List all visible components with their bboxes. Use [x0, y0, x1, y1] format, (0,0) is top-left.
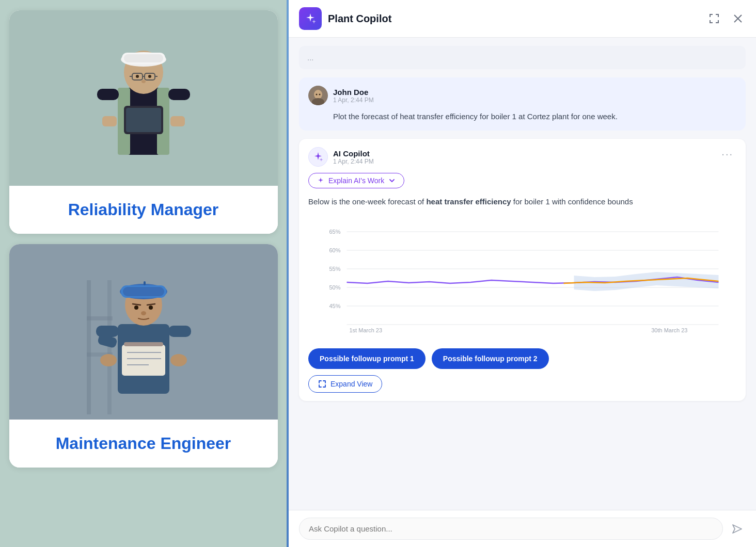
- user-message-block: John Doe 1 Apr, 2:44 PM Plot the forecas…: [299, 77, 746, 131]
- followup-button-2[interactable]: Possible followup prompt 2: [432, 348, 549, 369]
- svg-rect-30: [168, 326, 191, 337]
- expand-view-label: Expand View: [330, 380, 372, 388]
- explain-sparkle-icon: [317, 177, 324, 184]
- svg-rect-15: [124, 54, 163, 62]
- reliability-manager-label: Reliability Manager: [9, 186, 278, 234]
- followup-buttons-row: Possible followup prompt 1 Possible foll…: [308, 348, 736, 369]
- ai-response-text: Below is the one-week forecast of heat t…: [308, 196, 736, 208]
- maintenance-engineer-label: Maintenance Engineer: [9, 420, 278, 468]
- chat-input-field[interactable]: [299, 518, 723, 540]
- expand-view-button[interactable]: Expand View: [308, 375, 382, 393]
- svg-rect-26: [87, 316, 113, 320]
- svg-rect-9: [170, 116, 185, 126]
- svg-point-53: [319, 94, 321, 95]
- svg-text:1st March 23: 1st March 23: [350, 327, 383, 333]
- reliability-person-illustration: [87, 15, 200, 181]
- reliability-manager-card[interactable]: Reliability Manager: [9, 10, 278, 234]
- svg-rect-7: [168, 89, 190, 100]
- send-button[interactable]: [728, 520, 746, 538]
- svg-point-22: [148, 75, 151, 78]
- svg-point-21: [136, 75, 139, 78]
- user-avatar: [308, 86, 328, 105]
- reliability-manager-image: [9, 10, 278, 186]
- svg-point-45: [149, 305, 153, 310]
- forecast-chart: 65% 60% 55% 50% 45% 1st March 23 30th Ma…: [308, 215, 736, 341]
- copilot-logo: [299, 7, 322, 30]
- ai-message-header: AI Copilot 1 Apr, 2:44 PM ···: [308, 147, 736, 167]
- left-panel: Reliability Manager: [0, 0, 287, 547]
- svg-point-52: [316, 94, 318, 95]
- ai-message-time: 1 Apr, 2:44 PM: [333, 158, 374, 165]
- chat-input-area: [289, 510, 756, 547]
- ai-meta-group: AI Copilot 1 Apr, 2:44 PM: [308, 147, 374, 167]
- more-options-button[interactable]: ···: [718, 147, 736, 161]
- svg-point-23: [141, 80, 146, 83]
- chat-header: Plant Copilot: [289, 0, 756, 38]
- svg-point-32: [100, 354, 117, 366]
- svg-point-33: [170, 354, 187, 366]
- reliability-manager-title: Reliability Manager: [68, 200, 219, 219]
- followup-button-1[interactable]: Possible followup prompt 1: [308, 348, 426, 369]
- explain-ai-work-button[interactable]: Explain AI's Work: [308, 173, 404, 188]
- heat-transfer-chart: 65% 60% 55% 50% 45% 1st March 23 30th Ma…: [312, 221, 732, 335]
- chat-body: ... John Doe 1 Apr, 2:44 PM: [289, 38, 756, 510]
- user-message-meta: John Doe 1 Apr, 2:44 PM: [308, 86, 736, 105]
- svg-text:30th March 23: 30th March 23: [651, 327, 687, 333]
- user-sender-name: John Doe: [333, 88, 374, 96]
- expand-window-button[interactable]: [706, 11, 722, 26]
- svg-point-50: [314, 90, 322, 99]
- svg-rect-6: [97, 89, 119, 100]
- maintenance-engineer-card[interactable]: Maintenance Engineer: [9, 244, 278, 468]
- expand-icon: [318, 380, 326, 388]
- svg-rect-34: [122, 345, 165, 376]
- chevron-down-icon: [388, 177, 396, 184]
- user-avatar-image: [308, 86, 328, 105]
- svg-rect-8: [102, 116, 117, 126]
- ai-avatar: [308, 147, 328, 167]
- maintenance-person-illustration: [87, 249, 200, 414]
- svg-text:65%: 65%: [329, 229, 340, 235]
- svg-rect-29: [96, 326, 119, 337]
- ai-message-block: AI Copilot 1 Apr, 2:44 PM ··· Explain AI…: [299, 139, 746, 401]
- svg-text:60%: 60%: [329, 247, 340, 253]
- svg-rect-35: [124, 342, 163, 346]
- svg-rect-24: [87, 280, 91, 414]
- user-message-time: 1 Apr, 2:44 PM: [333, 96, 374, 104]
- svg-rect-43: [144, 281, 146, 285]
- svg-rect-42: [123, 287, 164, 296]
- chat-title: Plant Copilot: [328, 13, 700, 25]
- truncated-text: ...: [307, 53, 314, 62]
- svg-text:45%: 45%: [329, 303, 340, 309]
- truncated-message: ...: [299, 46, 746, 69]
- close-button[interactable]: [730, 11, 746, 26]
- ai-sender-name: AI Copilot: [333, 149, 374, 158]
- ai-sparkle-icon: [312, 151, 324, 163]
- svg-point-44: [134, 305, 138, 310]
- send-icon: [731, 523, 743, 535]
- svg-text:50%: 50%: [329, 284, 340, 291]
- maintenance-engineer-title: Maintenance Engineer: [56, 434, 231, 453]
- sparkle-icon: [304, 12, 317, 25]
- chat-panel: Plant Copilot ...: [289, 0, 756, 547]
- svg-rect-11: [126, 108, 161, 132]
- explain-label: Explain AI's Work: [328, 176, 384, 185]
- header-actions: [706, 11, 746, 26]
- svg-text:55%: 55%: [329, 266, 340, 272]
- user-message-text: Plot the forecast of heat transfer effic…: [308, 110, 736, 122]
- svg-point-48: [141, 311, 146, 315]
- maintenance-engineer-image: [9, 244, 278, 420]
